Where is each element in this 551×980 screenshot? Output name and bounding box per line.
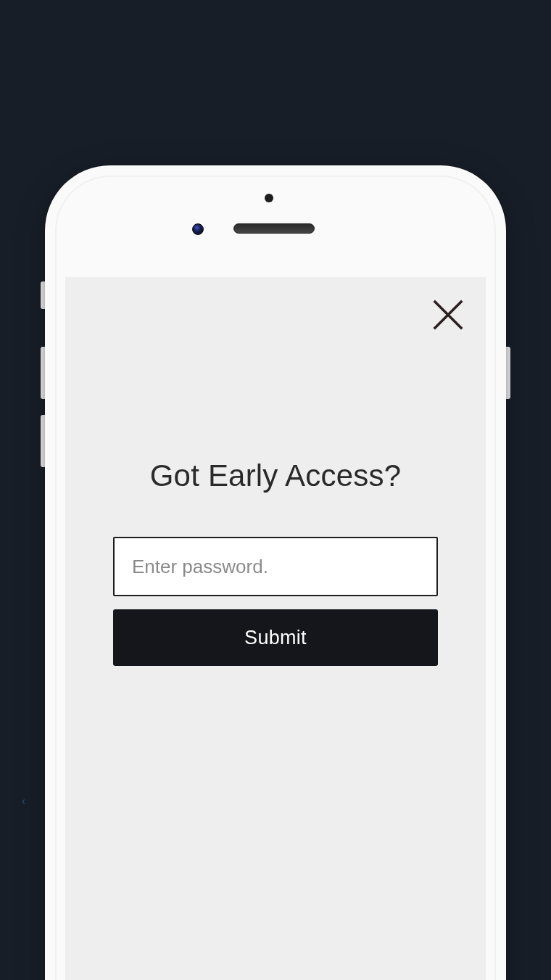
password-input[interactable] bbox=[113, 537, 438, 596]
early-access-form: Got Early Access? Submit bbox=[65, 458, 486, 666]
phone-power-button bbox=[506, 347, 510, 399]
edge-artifact: ‹ bbox=[22, 795, 25, 807]
close-icon bbox=[432, 299, 464, 331]
page-title: Got Early Access? bbox=[113, 458, 438, 493]
close-button[interactable] bbox=[432, 299, 464, 331]
submit-button[interactable]: Submit bbox=[113, 609, 438, 666]
phone-proximity-sensor bbox=[265, 194, 273, 202]
phone-device-frame: Got Early Access? Submit bbox=[45, 165, 506, 980]
phone-front-camera bbox=[192, 223, 204, 235]
phone-earpiece-speaker bbox=[233, 223, 315, 234]
phone-screen: Got Early Access? Submit bbox=[65, 277, 486, 980]
